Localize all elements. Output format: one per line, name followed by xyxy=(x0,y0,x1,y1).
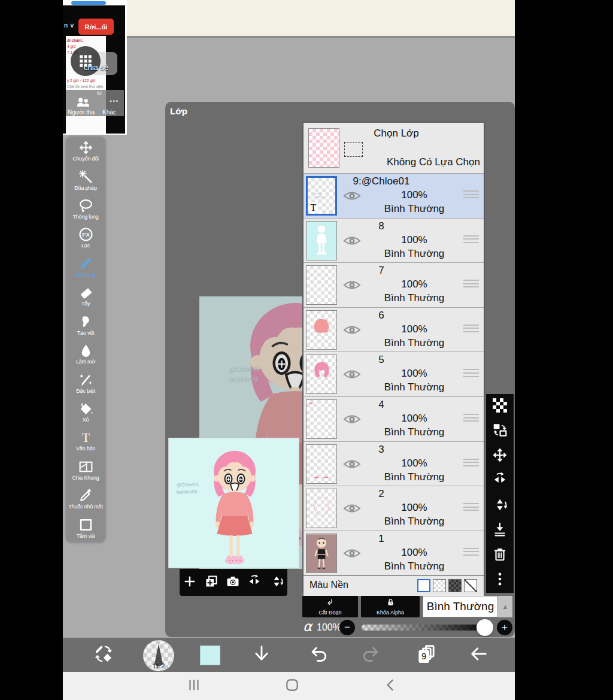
pages-button[interactable]: 9 xyxy=(415,644,435,666)
tool-special-pen[interactable]: Đặc biệt xyxy=(66,368,105,397)
redo-button[interactable] xyxy=(361,644,381,666)
preview-flip-v-button[interactable] xyxy=(269,574,284,591)
preview-camera-button[interactable] xyxy=(226,574,240,591)
layer-row-2[interactable]: 2100%Bình Thường xyxy=(304,486,484,531)
overlay-collapsed-label: n ∨ xyxy=(64,22,74,29)
action-more-dots[interactable] xyxy=(492,571,508,589)
action-checker[interactable] xyxy=(492,398,508,416)
tool-eyedropper[interactable]: Thuốc nhỏ mắt xyxy=(66,484,105,513)
preview-plus-button[interactable] xyxy=(183,575,196,590)
preview-flip-h-button[interactable] xyxy=(247,574,262,591)
layer-blend-mode: Bình Thường xyxy=(339,516,489,528)
action-flip-v[interactable] xyxy=(492,497,508,515)
screen: Chuyển đổiĐũa phépThòng lọngFXLọcBút lôn… xyxy=(0,0,613,700)
text-layer-badge: T xyxy=(309,202,318,213)
tool-wand[interactable]: Đũa phép xyxy=(66,165,105,194)
layer-name: 5 xyxy=(312,354,450,366)
leave-button[interactable]: Rời...ổi xyxy=(78,19,114,35)
layer-row-7[interactable]: 7100%Bình Thường xyxy=(304,263,484,308)
layer-drag-handle[interactable] xyxy=(463,235,479,246)
alpha-slider-knob[interactable] xyxy=(477,619,493,636)
layer-drag-handle[interactable] xyxy=(463,190,479,201)
bottom-toolbar: 9 xyxy=(63,638,515,672)
member-count: 52 xyxy=(97,91,102,95)
tool-smudge[interactable]: Tạo vết xyxy=(66,311,105,340)
layer-row-3[interactable]: 3100%Bình Thường xyxy=(304,442,484,487)
shared-note-line: Chế độ xem thư viện xyxy=(67,84,105,90)
alpha-lock-button[interactable]: α Khóa Alpha xyxy=(361,596,420,617)
tool-frame[interactable]: Chia Khung xyxy=(66,456,105,484)
nav-home-button[interactable] xyxy=(284,677,300,695)
canvas-preview[interactable]: @Chloe01bebilaz09 xyxy=(168,438,299,568)
alpha-slider-track[interactable] xyxy=(362,625,490,631)
other-label: Khác xyxy=(102,109,116,116)
layer-drag-handle[interactable] xyxy=(463,325,479,335)
down-arrow-icon xyxy=(251,644,272,664)
preview-add-layer-button[interactable] xyxy=(204,574,219,591)
back-arrow-icon xyxy=(469,644,489,664)
blend-mode-select[interactable]: Bình Thường xyxy=(423,596,498,617)
action-move[interactable] xyxy=(492,447,508,465)
overlay-drag-handle[interactable] xyxy=(71,1,106,5)
swap-tool-button[interactable] xyxy=(93,644,114,666)
nav-recents-button[interactable] xyxy=(186,677,202,695)
blend-dropdown-arrow[interactable]: ▲ xyxy=(498,596,512,617)
bg-swatch-none[interactable] xyxy=(464,579,477,592)
select-layer-title: Chọn Lớp xyxy=(327,128,465,140)
more-dots-icon xyxy=(492,571,508,587)
layer-select-header[interactable]: Chọn Lớp Không Có Lựa Chọn xyxy=(304,123,484,174)
bg-swatch-white[interactable] xyxy=(417,579,430,592)
alpha-minus-button[interactable]: − xyxy=(339,620,355,635)
layer-drag-handle[interactable] xyxy=(463,414,479,424)
tool-move[interactable]: Chuyển đổi xyxy=(66,137,105,165)
redo-icon xyxy=(361,644,381,664)
action-convert[interactable] xyxy=(492,422,508,440)
layer-drag-handle[interactable] xyxy=(463,548,479,558)
action-flip-h[interactable] xyxy=(492,472,508,490)
layer-drag-handle[interactable] xyxy=(463,459,479,469)
layer-row-8[interactable]: 8100%Bình Thường xyxy=(304,219,484,263)
layer-blend-mode: Bình Thường xyxy=(339,560,489,572)
tool-eraser[interactable]: Tẩy xyxy=(66,281,105,310)
top-strip xyxy=(125,0,515,36)
eraser-icon xyxy=(78,285,93,300)
action-trash[interactable] xyxy=(492,547,508,565)
tool-lasso[interactable]: Thòng lọng xyxy=(66,195,105,223)
layer-row-9[interactable]: T9:@Chloe01100%Bình Thường xyxy=(304,174,484,219)
layer-row-1[interactable]: 1100%Bình Thường xyxy=(304,531,484,576)
back-arrow-button[interactable] xyxy=(469,644,489,666)
layer-row-6[interactable]: 6100%Bình Thường xyxy=(304,308,484,353)
tool-bucket[interactable]: Xô xyxy=(66,398,105,426)
layer-drag-handle[interactable] xyxy=(463,369,479,379)
tool-text[interactable]: TVăn bản xyxy=(66,426,105,455)
layer-row-5[interactable]: 5100%Bình Thường xyxy=(304,352,484,397)
undo-button[interactable] xyxy=(308,644,329,666)
layer-list: Chọn Lớp Không Có Lựa Chọn T9:@Chloe0110… xyxy=(302,122,485,592)
down-arrow-button[interactable] xyxy=(251,644,272,666)
brush-preview[interactable]: 11.2 xyxy=(143,640,174,671)
move-icon xyxy=(492,447,508,463)
more-options-dots[interactable]: ••• xyxy=(110,98,119,104)
layer-drag-handle[interactable] xyxy=(463,280,479,290)
svg-text:FX: FX xyxy=(82,232,90,238)
tool-label: Tấm vải xyxy=(77,533,95,539)
eyedropper-icon xyxy=(78,488,93,503)
action-merge-down[interactable] xyxy=(492,522,508,540)
tool-label: Chuyển đổi xyxy=(72,156,99,162)
clip-button[interactable]: Cắt Đoạn xyxy=(302,596,358,617)
nav-nav-back-button[interactable] xyxy=(383,677,399,695)
tool-fx[interactable]: FXLọc xyxy=(66,223,105,252)
brush-icon xyxy=(78,256,93,271)
tool-blur[interactable]: Làm mờ xyxy=(66,340,105,368)
layer-name: 8 xyxy=(312,220,450,232)
alpha-symbol: α xyxy=(303,619,312,634)
bg-swatch-dark[interactable] xyxy=(448,579,462,592)
tool-brush[interactable]: Bút lông xyxy=(66,253,105,281)
current-color-swatch[interactable] xyxy=(200,646,220,665)
alpha-plus-button[interactable]: + xyxy=(497,620,512,635)
bg-swatch-transparent[interactable] xyxy=(433,579,446,592)
layer-drag-handle[interactable] xyxy=(463,503,479,513)
tool-canvas[interactable]: Tấm vải xyxy=(66,513,105,542)
layer-row-4[interactable]: 4100%Bình Thường xyxy=(304,397,484,442)
layer-actions-bar xyxy=(486,394,514,593)
